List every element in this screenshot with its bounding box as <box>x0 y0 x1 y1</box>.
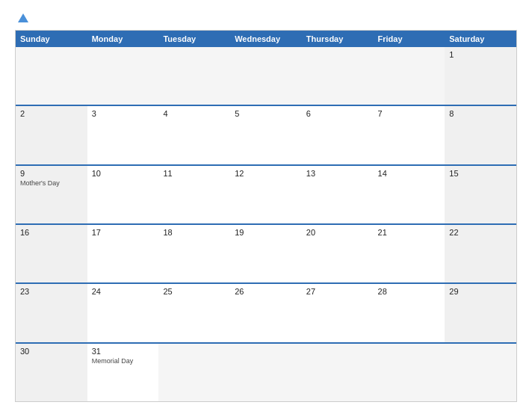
calendar-page: Sunday Monday Tuesday Wednesday Thursday… <box>0 0 532 411</box>
day-number: 26 <box>235 287 297 296</box>
day-cell <box>87 47 159 105</box>
calendar-grid: Sunday Monday Tuesday Wednesday Thursday… <box>15 30 517 402</box>
day-number: 8 <box>449 109 512 118</box>
day-cell <box>16 47 87 105</box>
day-cell: 25 <box>158 284 230 342</box>
day-number: 20 <box>306 228 369 237</box>
week-row-5: 3031Memorial Day <box>16 342 516 401</box>
day-number: 22 <box>449 228 512 237</box>
header <box>15 13 517 22</box>
day-cell: 15 <box>445 166 516 223</box>
day-number: 18 <box>163 228 226 237</box>
weeks-container: 123456789Mother's Day1011121314151617181… <box>16 47 516 401</box>
day-number: 9 <box>20 169 83 178</box>
day-cell: 16 <box>16 225 87 282</box>
day-number: 2 <box>20 109 83 118</box>
day-number: 12 <box>235 169 297 178</box>
header-sunday: Sunday <box>16 31 87 47</box>
day-number: 15 <box>449 169 512 178</box>
logo-triangle-icon <box>18 13 28 22</box>
day-cell <box>374 47 445 105</box>
day-cell: 30 <box>16 344 87 401</box>
day-number: 25 <box>163 287 226 296</box>
day-cell <box>302 47 374 105</box>
day-cell: 20 <box>302 225 374 282</box>
day-cell <box>445 344 516 401</box>
day-number: 21 <box>378 228 441 237</box>
day-cell: 12 <box>230 166 302 223</box>
day-cell: 29 <box>445 284 516 342</box>
day-number: 19 <box>235 228 297 237</box>
header-thursday: Thursday <box>302 31 374 47</box>
day-number: 1 <box>449 50 512 59</box>
day-number: 5 <box>235 109 297 118</box>
day-cell: 31Memorial Day <box>87 344 159 401</box>
day-cell: 18 <box>158 225 230 282</box>
week-row-1: 2345678 <box>16 105 516 164</box>
header-friday: Friday <box>374 31 445 47</box>
day-cell: 3 <box>87 106 159 164</box>
day-cell: 27 <box>302 284 374 342</box>
day-cell: 28 <box>374 284 445 342</box>
day-number: 27 <box>306 287 369 296</box>
day-number: 17 <box>92 228 155 237</box>
day-cell: 22 <box>445 225 516 282</box>
day-cell: 14 <box>374 166 445 223</box>
logo <box>15 13 28 22</box>
day-number: 23 <box>20 287 83 296</box>
day-number: 29 <box>449 287 512 296</box>
day-cell: 17 <box>87 225 159 282</box>
day-cell: 6 <box>302 106 374 164</box>
day-cell <box>374 344 445 401</box>
header-saturday: Saturday <box>445 31 516 47</box>
day-cell: 5 <box>230 106 302 164</box>
day-cell: 9Mother's Day <box>16 166 87 223</box>
holiday-label: Mother's Day <box>20 179 83 187</box>
day-number: 3 <box>92 109 155 118</box>
header-wednesday: Wednesday <box>230 31 302 47</box>
day-number: 31 <box>92 347 155 356</box>
day-cell: 21 <box>374 225 445 282</box>
holiday-label: Memorial Day <box>92 357 155 365</box>
day-number: 13 <box>306 169 369 178</box>
day-number: 10 <box>92 169 155 178</box>
day-cell: 24 <box>87 284 159 342</box>
day-cell <box>158 47 230 105</box>
day-cell: 19 <box>230 225 302 282</box>
day-number: 7 <box>378 109 441 118</box>
week-row-2: 9Mother's Day101112131415 <box>16 164 516 223</box>
day-number: 11 <box>163 169 226 178</box>
day-cell <box>230 47 302 105</box>
header-tuesday: Tuesday <box>158 31 230 47</box>
day-number: 4 <box>163 109 226 118</box>
day-cell <box>302 344 374 401</box>
day-cell: 1 <box>445 47 516 105</box>
day-cell: 4 <box>158 106 230 164</box>
day-cell: 26 <box>230 284 302 342</box>
day-cell: 10 <box>87 166 159 223</box>
day-number: 24 <box>92 287 155 296</box>
day-cell: 7 <box>374 106 445 164</box>
week-row-4: 23242526272829 <box>16 282 516 342</box>
day-number: 14 <box>378 169 441 178</box>
day-cell: 13 <box>302 166 374 223</box>
day-cell <box>230 344 302 401</box>
day-number: 28 <box>378 287 441 296</box>
day-number: 16 <box>20 228 83 237</box>
week-row-3: 16171819202122 <box>16 223 516 282</box>
day-cell: 11 <box>158 166 230 223</box>
day-cell <box>158 344 230 401</box>
header-monday: Monday <box>87 31 159 47</box>
day-cell: 2 <box>16 106 87 164</box>
day-number: 6 <box>306 109 369 118</box>
day-headers-row: Sunday Monday Tuesday Wednesday Thursday… <box>16 31 516 47</box>
day-cell: 23 <box>16 284 87 342</box>
day-cell: 8 <box>445 106 516 164</box>
day-number: 30 <box>20 347 83 356</box>
week-row-0: 1 <box>16 47 516 105</box>
